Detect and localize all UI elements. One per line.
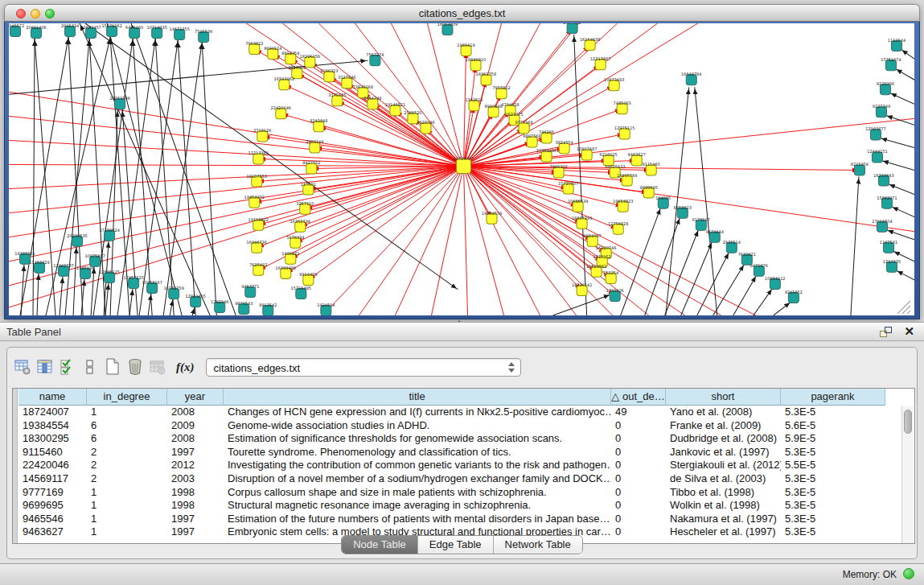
network-node-label: 17159924	[99, 228, 119, 233]
network-edge[interactable]	[464, 45, 590, 166]
network-edge[interactable]	[133, 39, 152, 315]
citation-network-graph[interactable]: 9045572206914062905334106533571527606264…	[9, 23, 914, 315]
network-edge[interactable]	[888, 184, 914, 195]
network-edge[interactable]	[148, 293, 151, 315]
table-selector-dropdown[interactable]: citations_edges.txt	[206, 358, 521, 377]
network-edge[interactable]	[60, 276, 63, 315]
network-edge[interactable]	[395, 166, 463, 315]
network-edge[interactable]	[262, 136, 463, 166]
column-header-in_degree[interactable]: in_degree	[87, 389, 167, 406]
network-edge[interactable]	[774, 302, 791, 315]
network-edge[interactable]	[322, 166, 463, 315]
window-titlebar[interactable]: citations_edges.txt	[4, 4, 920, 22]
network-edge[interactable]	[91, 266, 94, 315]
table-cell: 5.3E-5	[781, 499, 885, 513]
network-edge[interactable]	[355, 23, 463, 166]
table-row[interactable]: 1456911722003Disruption of a novel membe…	[18, 472, 885, 486]
delete-table-icon[interactable]	[125, 356, 146, 377]
network-node-label: 16053809	[437, 23, 458, 27]
network-edge[interactable]	[881, 160, 914, 170]
table-column-icon[interactable]	[35, 356, 55, 377]
network-node[interactable]	[456, 159, 470, 173]
network-edge[interactable]	[300, 166, 463, 226]
table-row[interactable]: 969969511998Structural magnetic resonanc…	[18, 499, 885, 513]
network-edge[interactable]	[889, 93, 914, 104]
network-edge[interactable]	[891, 207, 914, 217]
import-table-icon[interactable]	[147, 356, 168, 377]
column-header-out_de[interactable]: △ out_de…	[611, 389, 666, 406]
tab-edge-table[interactable]: Edge Table	[418, 536, 494, 554]
table-row[interactable]: 1830029562008Estimation of significance …	[18, 432, 885, 446]
table-toolbar: f(x) citations_edges.txt	[12, 354, 521, 380]
table-row[interactable]: 2242004622012Investigating the contribut…	[18, 459, 885, 472]
network-node-label: 12505125	[99, 270, 119, 274]
table-row[interactable]: 977716911998Corpus callosum shape and si…	[18, 486, 885, 500]
tab-network-table[interactable]: Network Table	[494, 536, 582, 554]
table-vertical-scrollbar[interactable]	[901, 406, 914, 543]
network-edge[interactable]	[37, 273, 39, 315]
column-header-name[interactable]: name	[18, 389, 87, 406]
table-body: 1872400712008Changes of HCN gene express…	[18, 406, 885, 539]
network-edge[interactable]	[880, 138, 914, 147]
network-node-label: 16524861	[586, 264, 606, 269]
network-edge[interactable]	[754, 288, 773, 315]
network-edge[interactable]	[464, 166, 468, 315]
close-panel-icon[interactable]: ✕	[904, 324, 914, 339]
network-edge[interactable]	[73, 246, 76, 315]
network-edge[interactable]	[886, 230, 914, 240]
network-edge[interactable]	[35, 39, 55, 315]
memory-ok-indicator[interactable]	[903, 568, 914, 579]
network-edge[interactable]	[885, 115, 914, 125]
float-panel-icon[interactable]	[880, 327, 892, 337]
select-rows-icon[interactable]	[57, 356, 78, 377]
network-edge[interactable]	[733, 275, 757, 315]
column-header-pagerank[interactable]: pagerank	[781, 389, 885, 406]
network-edge[interactable]	[464, 166, 860, 170]
function-builder-icon[interactable]: f(x)	[176, 360, 195, 374]
network-node-label: 20691406	[26, 25, 46, 30]
network-edge[interactable]	[464, 166, 577, 315]
column-header-short[interactable]: short	[666, 389, 781, 406]
network-edge[interactable]	[129, 288, 133, 315]
network-edge[interactable]	[290, 166, 463, 258]
table-cell: Genome-wide association studies in ADHD.	[224, 419, 611, 433]
new-table-icon[interactable]	[102, 356, 123, 377]
network-edge[interactable]	[851, 177, 859, 315]
network-edge[interactable]	[110, 109, 117, 315]
network-edge[interactable]	[9, 164, 464, 166]
column-header-title[interactable]: title	[224, 389, 611, 406]
network-edge[interactable]	[895, 68, 914, 80]
network-edge[interactable]	[170, 299, 173, 315]
network-node-label: 8990448	[484, 104, 502, 109]
network-edge[interactable]	[117, 39, 155, 315]
network-edge[interactable]	[896, 270, 914, 280]
network-node-label: 17016504	[872, 219, 892, 224]
resize-grip[interactable]	[897, 301, 910, 314]
network-edge[interactable]	[666, 87, 689, 315]
table-row[interactable]: 1938455462009Genome-wide association stu…	[18, 419, 885, 433]
network-edge[interactable]	[695, 87, 717, 315]
tab-node-table[interactable]: Node Table	[342, 536, 418, 554]
row-height-icon[interactable]	[80, 356, 101, 377]
table-settings-icon[interactable]	[12, 356, 33, 377]
table-row[interactable]: 946554611997Estimation of the future num…	[18, 513, 885, 526]
network-edge[interactable]	[33, 39, 35, 315]
table-row[interactable]: 1872400712008Changes of HCN gene express…	[18, 406, 885, 419]
network-edge[interactable]	[464, 166, 606, 253]
network-edge[interactable]	[464, 166, 504, 315]
table-row[interactable]: 911546021997Tourette syndrome. Phenomeno…	[18, 446, 885, 459]
network-edge[interactable]	[192, 307, 195, 315]
network-canvas[interactable]: 9045572206914062905334106533571527606264…	[9, 23, 914, 315]
network-edge[interactable]	[681, 241, 713, 315]
network-edge[interactable]	[464, 166, 611, 278]
network-edge[interactable]	[713, 264, 745, 315]
network-edge[interactable]	[21, 264, 24, 315]
network-edge[interactable]	[901, 49, 914, 59]
scrollbar-thumb[interactable]	[904, 410, 912, 434]
network-edge[interactable]	[359, 166, 463, 315]
network-edge[interactable]	[308, 166, 463, 279]
network-edge[interactable]	[9, 140, 464, 166]
network-edge[interactable]	[131, 23, 236, 315]
network-edge[interactable]	[697, 252, 729, 315]
column-header-year[interactable]: year	[167, 389, 224, 406]
